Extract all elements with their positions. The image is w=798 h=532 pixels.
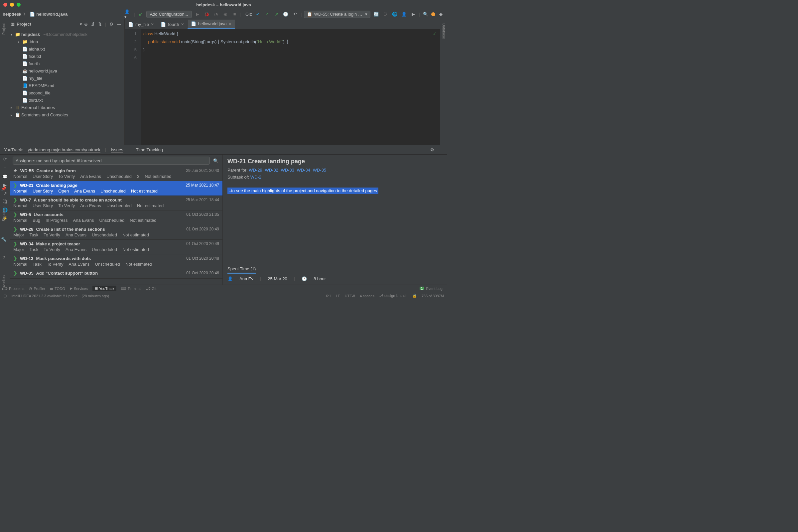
code-editor[interactable]: 1256 class HelloWorld { public static vo…	[125, 29, 440, 145]
inspections-ok-icon[interactable]: ✓	[433, 31, 437, 36]
youtrack-tw[interactable]: ▦YouTrack	[92, 286, 116, 291]
pin-icon[interactable]: 📌	[1, 186, 6, 191]
tree-item[interactable]: 📄third.txt	[7, 96, 125, 104]
git-branch[interactable]: ⎇ design-branch	[379, 293, 407, 298]
editor-tab[interactable]: 📄fourth×	[157, 20, 187, 29]
comment-icon[interactable]: 💬	[2, 174, 8, 179]
project-tab[interactable]: Project	[2, 21, 6, 37]
wrench-icon[interactable]: 🔧	[1, 237, 6, 242]
coverage-icon[interactable]: ◔	[212, 11, 220, 18]
parent-link[interactable]: WD-34	[297, 168, 310, 173]
git-undo-icon[interactable]: ↶	[291, 11, 299, 18]
terminal-tw[interactable]: ⌨Terminal	[121, 286, 141, 291]
structure-tab[interactable]: Structure	[2, 205, 6, 224]
stop-icon[interactable]: ■	[231, 11, 239, 18]
git-tw[interactable]: ⎇Git	[146, 286, 156, 291]
run-configuration-dropdown[interactable]: Add Configuration...	[146, 11, 192, 18]
tree-root[interactable]: ▾ 📁 helpdesk ~/Documents/helpdesk	[7, 31, 125, 38]
task-dropdown[interactable]: 📋 WD-55: Create a login form ▾	[304, 11, 370, 18]
tree-item[interactable]: 📘README.md	[7, 82, 125, 89]
parent-link[interactable]: WD-35	[313, 168, 326, 173]
issue-row[interactable]: ★WD-55Create a login form29 Jun 2021 20:…	[10, 167, 223, 181]
issue-search-input[interactable]	[13, 157, 210, 165]
issue-row[interactable]: ❯WD-35Add "Contact support" button01 Oct…	[10, 269, 223, 279]
breadcrumb[interactable]: helpdesk 〉 📄 helloworld.java	[3, 11, 68, 17]
caret-position[interactable]: 6:1	[326, 294, 331, 298]
arrow-down-icon[interactable]: ▾	[11, 33, 14, 36]
parent-link[interactable]: WD-33	[281, 168, 294, 173]
status-message[interactable]: IntelliJ IDEA 2021.2.3 available // Upda…	[11, 294, 109, 298]
tree-item[interactable]: 📄fourth	[7, 60, 125, 67]
lock-icon[interactable]: 🔒	[412, 293, 417, 298]
notifications-icon[interactable]	[431, 12, 435, 16]
build-icon[interactable]: ↙	[137, 11, 144, 18]
issue-description[interactable]: ..to see the main highlights of the proj…	[227, 188, 378, 194]
issues-tab[interactable]: Issues	[111, 147, 124, 153]
tree-item[interactable]: 📄aloha.txt	[7, 45, 125, 53]
stopwatch-icon[interactable]: ⏱	[382, 11, 389, 18]
git-commit-icon[interactable]: ✓	[263, 11, 271, 18]
zoom-window[interactable]	[17, 3, 21, 7]
close-window[interactable]	[3, 3, 7, 7]
gear-icon[interactable]: ⚙	[109, 22, 113, 26]
breadcrumb-project[interactable]: helpdesk	[3, 12, 21, 17]
profiler-tw[interactable]: ◔Profiler	[29, 286, 45, 291]
sync-icon[interactable]: 🔄	[373, 11, 380, 18]
editor-tab[interactable]: 📄helloworld.java×	[188, 20, 235, 29]
close-tab-icon[interactable]: ×	[181, 22, 184, 27]
youtrack-url[interactable]: ytadmineng.myjetbrains.com/youtrack	[28, 147, 100, 153]
arrow-right-icon[interactable]: ▸	[11, 106, 14, 109]
tree-item[interactable]: 📄second_file	[7, 89, 125, 96]
git-push-icon[interactable]: ↗	[273, 11, 280, 18]
file-encoding[interactable]: UTF-8	[345, 294, 355, 298]
problems-tw[interactable]: ⊘Problems	[5, 286, 24, 291]
close-tab-icon[interactable]: ×	[151, 22, 154, 27]
collapse-all-icon[interactable]: ⇅	[98, 22, 102, 26]
minimize-window[interactable]	[10, 3, 14, 7]
issue-row[interactable]: ❯WD-21Create landing page25 Mar 2021 18:…	[10, 181, 223, 196]
add-icon[interactable]: ＋	[3, 165, 7, 171]
expand-all-icon[interactable]: ⇵	[91, 22, 95, 26]
breadcrumb-file[interactable]: helloworld.java	[36, 12, 68, 17]
todo-tw[interactable]: ☰TODO	[50, 286, 65, 291]
parent-link[interactable]: WD-32	[265, 168, 278, 173]
project-view-title[interactable]: Project	[17, 22, 78, 26]
status-icon[interactable]: ▢	[3, 293, 7, 298]
debug-icon[interactable]: 🐞	[203, 11, 210, 18]
issue-row[interactable]: ❯WD-7A user should be able to create an …	[10, 196, 223, 210]
tree-item[interactable]: ☕helloworld.java	[7, 67, 125, 75]
avatar-icon[interactable]: 👤	[400, 11, 407, 18]
issue-list[interactable]: ★WD-55Create a login form29 Jun 2021 20:…	[10, 167, 223, 285]
tree-item[interactable]: ▸📁.idea	[7, 38, 125, 45]
gear-icon[interactable]: ⚙	[430, 147, 434, 152]
external-libraries[interactable]: ▸ ⫼ External Libraries	[7, 104, 125, 111]
services-tw[interactable]: ▶Services	[70, 286, 88, 291]
scratches-and-consoles[interactable]: ▸ 📋 Scratches and Consoles	[7, 111, 125, 118]
hide-icon[interactable]: —	[439, 147, 443, 152]
profile-icon[interactable]: ◉	[222, 11, 229, 18]
star-icon[interactable]: ★	[13, 168, 18, 173]
user-icon[interactable]: 👤▾	[125, 11, 132, 18]
tree-item[interactable]: 📄fixe.txt	[7, 53, 125, 60]
help-icon[interactable]: ?	[2, 255, 5, 260]
hide-icon[interactable]: —	[117, 22, 121, 26]
database-tab[interactable]: Database	[442, 21, 446, 41]
indent-setting[interactable]: 4 spaces	[360, 294, 374, 298]
issue-row[interactable]: ❯WD-13Mask passwords with dots01 Oct 202…	[10, 254, 223, 269]
chevron-down-icon[interactable]: ▾	[80, 22, 82, 26]
subtask-link[interactable]: WD-2	[250, 174, 261, 179]
event-log-tw[interactable]: Event Log	[426, 287, 442, 291]
issue-row[interactable]: ❯WD-34Make a project teaser01 Oct 2020 2…	[10, 240, 223, 254]
issue-row[interactable]: ❯WD-5User accounts01 Oct 2020 21:35Norma…	[10, 210, 223, 225]
parent-link[interactable]: WD-29	[249, 168, 262, 173]
locate-icon[interactable]: ⊚	[84, 22, 88, 26]
browser-icon[interactable]: 🌐	[391, 11, 398, 18]
editor-tab[interactable]: 📄my_file×	[125, 20, 157, 29]
project-tree[interactable]: ▾ 📁 helpdesk ~/Documents/helpdesk ▸📁.ide…	[7, 29, 125, 145]
git-history-icon[interactable]: 🕐	[282, 11, 289, 18]
memory-indicator[interactable]: 755 of 3987M	[422, 294, 444, 298]
run-icon[interactable]: ▶	[194, 11, 201, 18]
favorites-tab[interactable]: Favorites	[2, 273, 6, 292]
code-content[interactable]: class HelloWorld { public static void ma…	[141, 29, 440, 145]
arrow-right-icon[interactable]: ▸	[18, 40, 21, 43]
